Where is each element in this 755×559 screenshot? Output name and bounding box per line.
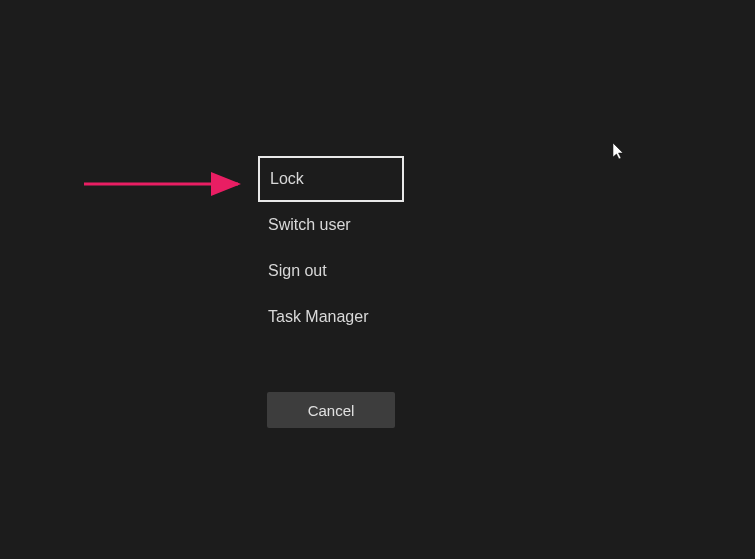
security-options-menu: Lock Switch user Sign out Task Manager <box>258 156 404 340</box>
cancel-button-label: Cancel <box>308 402 355 419</box>
lock-option[interactable]: Lock <box>258 156 404 202</box>
sign-out-option[interactable]: Sign out <box>258 248 404 294</box>
task-manager-option[interactable]: Task Manager <box>258 294 404 340</box>
sign-out-option-label: Sign out <box>268 262 327 279</box>
lock-option-label: Lock <box>270 170 304 187</box>
cancel-button[interactable]: Cancel <box>267 392 395 428</box>
switch-user-option-label: Switch user <box>268 216 351 233</box>
annotation-arrow-icon <box>80 170 250 200</box>
switch-user-option[interactable]: Switch user <box>258 202 404 248</box>
mouse-cursor-icon <box>613 143 627 161</box>
task-manager-option-label: Task Manager <box>268 308 369 325</box>
